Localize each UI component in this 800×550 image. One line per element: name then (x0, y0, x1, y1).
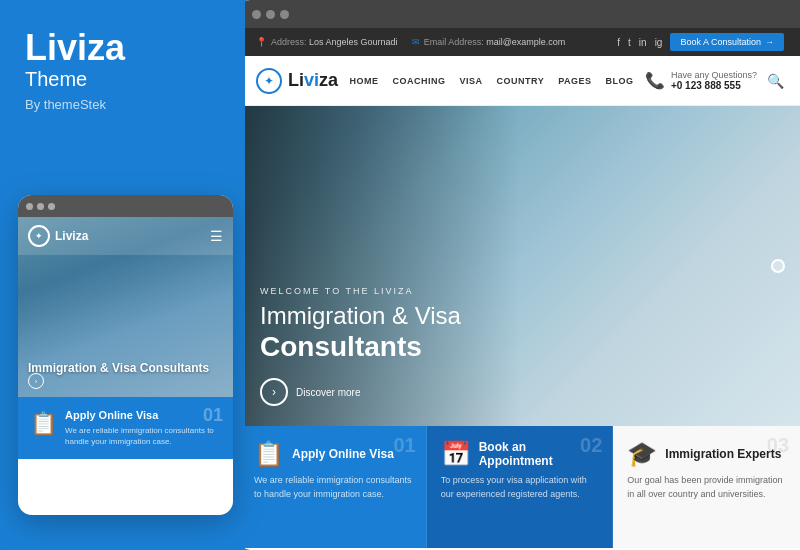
location-icon: 📍 (256, 37, 267, 47)
email-icon: ✉ (412, 37, 420, 47)
visa-icon: 📋 (254, 440, 284, 468)
card-top-3: 🎓 Immigration Experts (627, 440, 785, 468)
arrow-icon: → (765, 37, 774, 47)
mobile-nav: ✦ Liviza ☰ (18, 217, 233, 255)
hero-title: Immigration & Visa Consultants (260, 302, 461, 364)
browser-dot-1 (252, 10, 261, 19)
phone-icon: 📞 (645, 71, 665, 90)
logo-icon: ✦ (256, 68, 282, 94)
site-logo: ✦ Liviza (256, 68, 338, 94)
site-header-top: 📍 Address: Los Angeles Gournadi ✉ Email … (240, 28, 800, 56)
hamburger-icon[interactable]: ☰ (210, 228, 223, 244)
card-apply-visa: 01 📋 Apply Online Visa We are reliable i… (240, 426, 427, 548)
discover-button[interactable]: › (260, 378, 288, 406)
mobile-card: 01 📋 Apply Online Visa We are reliable i… (18, 397, 233, 459)
email-info: ✉ Email Address: mail@example.com (412, 37, 566, 47)
menu-coaching[interactable]: COACHING (392, 76, 445, 86)
menu-pages[interactable]: PAGES (558, 76, 591, 86)
browser-mockup: 📍 Address: Los Angeles Gournadi ✉ Email … (240, 0, 800, 550)
mobile-dot-1 (26, 203, 33, 210)
hero-nav-dot[interactable] (771, 259, 785, 273)
header-top-right: f t in ig Book A Consultation → (617, 33, 784, 51)
left-panel: Liviza Theme By themeStek ✦ Liviza ☰ Imm… (0, 0, 245, 550)
twitter-icon[interactable]: t (628, 37, 631, 48)
logo-text: Liviza (288, 70, 338, 91)
mobile-logo-icon: ✦ (28, 225, 50, 247)
book-consultation-button[interactable]: Book A Consultation → (670, 33, 784, 51)
search-icon[interactable]: 🔍 (767, 73, 784, 89)
hero-discover: › Discover more (260, 378, 360, 406)
mobile-hero-text: Immigration & Visa Consultants (28, 361, 223, 377)
bottom-cards: 01 📋 Apply Online Visa We are reliable i… (240, 426, 800, 548)
mobile-card-content: Apply Online Visa We are reliable immigr… (65, 409, 221, 447)
mobile-hero: ✦ Liviza ☰ Immigration & Visa Consultant… (18, 217, 233, 397)
expert-icon: 🎓 (627, 440, 657, 468)
mobile-mockup: ✦ Liviza ☰ Immigration & Visa Consultant… (18, 195, 233, 515)
card-top-2: 📅 Book an Appointment (441, 440, 599, 468)
facebook-icon[interactable]: f (617, 37, 620, 48)
menu-home[interactable]: HOME (349, 76, 378, 86)
mobile-top-bar (18, 195, 233, 217)
nav-contact: 📞 Have any Questions? +0 123 888 555 (645, 70, 757, 91)
site-menu: HOME COACHING VISA COUNTRY PAGES BLOG (349, 76, 633, 86)
mobile-hero-circle: › (28, 373, 44, 389)
menu-visa[interactable]: VISA (459, 76, 482, 86)
card-appointment: 02 📅 Book an Appointment To process your… (427, 426, 614, 548)
menu-country[interactable]: COUNTRY (496, 76, 544, 86)
browser-top-bar (240, 0, 800, 28)
card-immigration-experts: 03 🎓 Immigration Experts Our goal has be… (613, 426, 800, 548)
hero-section: WELCOME TO THE LIVIZA Immigration & Visa… (240, 106, 800, 426)
card-top-1: 📋 Apply Online Visa (254, 440, 412, 468)
hero-content: WELCOME TO THE LIVIZA Immigration & Visa… (260, 286, 461, 366)
appointment-icon: 📅 (441, 440, 471, 468)
mobile-dot-2 (37, 203, 44, 210)
browser-dot-2 (266, 10, 275, 19)
linkedin-icon[interactable]: in (639, 37, 647, 48)
instagram-icon[interactable]: ig (655, 37, 663, 48)
site-nav-right: 📞 Have any Questions? +0 123 888 555 🔍 (645, 70, 784, 91)
mobile-visa-icon: 📋 (30, 411, 57, 437)
address-info: 📍 Address: Los Angeles Gournadi (256, 37, 398, 47)
site-nav: ✦ Liviza HOME COACHING VISA COUNTRY PAGE… (240, 56, 800, 106)
header-top-left: 📍 Address: Los Angeles Gournadi ✉ Email … (256, 37, 565, 47)
browser-dot-3 (280, 10, 289, 19)
brand-name: Liviza Theme By themeStek (25, 30, 220, 112)
menu-blog[interactable]: BLOG (606, 76, 634, 86)
mobile-dot-3 (48, 203, 55, 210)
